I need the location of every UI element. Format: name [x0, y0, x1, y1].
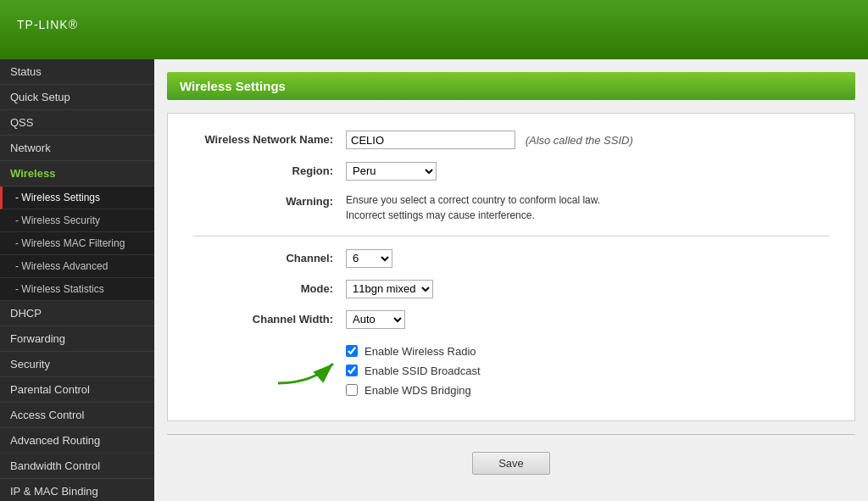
region-row: Region: Peru United States Brazil Argent…	[193, 162, 829, 181]
sidebar-item-wireless-security[interactable]: - Wireless Security	[0, 209, 154, 232]
ssid-note: (Also called the SSID)	[526, 134, 633, 147]
channel-row: Channel: Auto123 4567 891011 1213	[193, 249, 829, 268]
header: TP-LINK®	[0, 0, 868, 59]
logo-text: TP-LINK	[17, 18, 69, 31]
channel-select[interactable]: Auto123 4567 891011 1213	[346, 249, 392, 268]
mode-row: Mode: 11bgn mixed 11bg mixed 11b only 11…	[193, 280, 829, 298]
enable-ssid-broadcast-checkbox[interactable]	[346, 365, 358, 376]
wireless-settings-form: Wireless Network Name: (Also called the …	[167, 113, 855, 421]
enable-wds-checkbox[interactable]	[346, 384, 358, 396]
sidebar-item-network[interactable]: Network	[0, 136, 154, 161]
enable-wireless-radio-checkbox[interactable]	[346, 345, 358, 357]
sidebar-item-wireless-statistics[interactable]: - Wireless Statistics	[0, 278, 154, 301]
channel-width-label: Channel Width:	[193, 310, 346, 329]
warning-label: Warning:	[193, 192, 346, 211]
sidebar-item-forwarding[interactable]: Forwarding	[0, 326, 154, 352]
network-name-control: (Also called the SSID)	[346, 131, 829, 150]
enable-wds-label[interactable]: Enable WDS Bridging	[364, 384, 471, 397]
channel-width-select[interactable]: Auto 20MHz 40MHz	[346, 310, 405, 329]
save-section: Save	[167, 443, 855, 483]
sidebar-item-quick-setup[interactable]: Quick Setup	[0, 85, 154, 110]
sidebar-item-dhcp[interactable]: DHCP	[0, 301, 154, 326]
channel-control: Auto123 4567 891011 1213	[346, 249, 829, 268]
green-arrow-annotation	[261, 345, 342, 387]
mode-select[interactable]: 11bgn mixed 11bg mixed 11b only 11g only…	[346, 280, 433, 298]
enable-wds-row: Enable WDS Bridging	[346, 384, 829, 397]
sidebar-item-wireless-mac[interactable]: - Wireless MAC Filtering	[0, 232, 154, 255]
channel-width-row: Channel Width: Auto 20MHz 40MHz	[193, 310, 829, 329]
sidebar-item-wireless-advanced[interactable]: - Wireless Advanced	[0, 255, 154, 278]
sidebar-item-parental-control[interactable]: Parental Control	[0, 377, 154, 403]
warning-message: Ensure you select a correct country to c…	[346, 192, 829, 223]
channel-width-control: Auto 20MHz 40MHz	[346, 310, 829, 329]
warning-row: Warning: Ensure you select a correct cou…	[193, 192, 829, 223]
sidebar-item-wireless-settings[interactable]: - Wireless Settings	[0, 186, 154, 209]
sidebar-item-security[interactable]: Security	[0, 352, 154, 377]
checkboxes-section: Enable Wireless Radio Enable SSID Broadc…	[346, 341, 829, 397]
region-control: Peru United States Brazil Argentina	[346, 162, 829, 181]
sidebar-item-qss[interactable]: QSS	[0, 110, 154, 136]
region-label: Region:	[193, 162, 346, 181]
save-button[interactable]: Save	[472, 452, 550, 475]
sidebar-item-bandwidth-control[interactable]: Bandwidth Control	[0, 454, 154, 479]
network-name-label: Wireless Network Name:	[193, 131, 346, 149]
mode-control: 11bgn mixed 11bg mixed 11b only 11g only…	[346, 280, 829, 298]
sidebar-item-wireless[interactable]: Wireless	[0, 161, 154, 186]
content-area: Wireless Settings Wireless Network Name:…	[154, 59, 868, 501]
main-layout: Status Quick Setup QSS Network Wireless …	[0, 59, 868, 501]
enable-wireless-radio-row: Enable Wireless Radio	[346, 345, 829, 358]
region-select[interactable]: Peru United States Brazil Argentina	[346, 162, 437, 181]
network-name-row: Wireless Network Name: (Also called the …	[193, 131, 829, 150]
sidebar: Status Quick Setup QSS Network Wireless …	[0, 59, 154, 501]
sidebar-item-access-control[interactable]: Access Control	[0, 403, 154, 428]
sidebar-item-advanced-routing[interactable]: Advanced Routing	[0, 428, 154, 454]
sidebar-item-ip-mac-binding[interactable]: IP & MAC Binding	[0, 479, 154, 501]
enable-ssid-broadcast-label[interactable]: Enable SSID Broadcast	[364, 365, 481, 377]
page-title: Wireless Settings	[167, 72, 855, 100]
logo-registered: ®	[69, 18, 78, 31]
sidebar-item-status[interactable]: Status	[0, 59, 154, 85]
enable-ssid-broadcast-row: Enable SSID Broadcast	[346, 365, 829, 377]
logo: TP-LINK®	[17, 14, 78, 46]
network-name-input[interactable]	[346, 131, 515, 149]
enable-wireless-radio-label[interactable]: Enable Wireless Radio	[364, 345, 476, 358]
channel-label: Channel:	[193, 249, 346, 268]
mode-label: Mode:	[193, 280, 346, 298]
warning-text: Ensure you select a correct country to c…	[346, 192, 829, 223]
